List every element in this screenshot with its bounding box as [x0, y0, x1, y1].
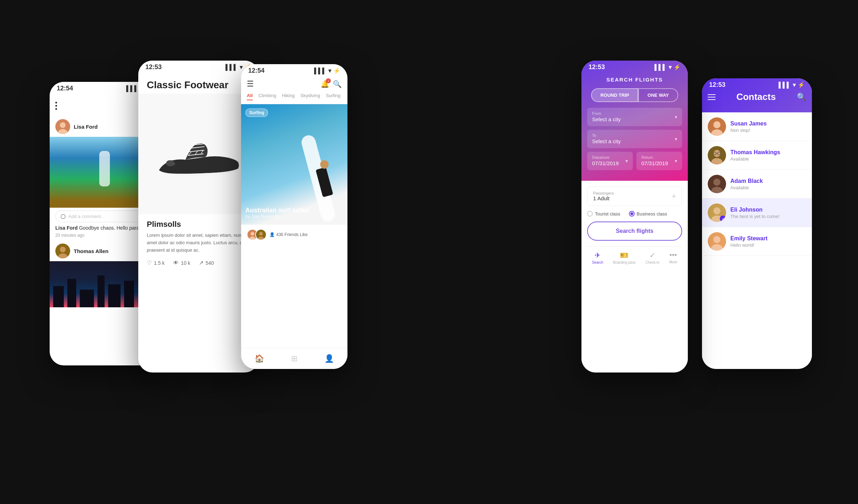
passengers-value: 1 Adult: [593, 195, 614, 201]
likes-count: 1.5 k: [154, 260, 165, 266]
contacts-title: Contacts: [736, 91, 776, 102]
svg-point-5: [60, 247, 66, 252]
business-radio-dot: [629, 211, 635, 217]
shoe-svg: [152, 118, 245, 189]
search-flights-button[interactable]: Search flights: [587, 222, 682, 241]
contact-name-eli: Eli Johnson: [730, 207, 806, 213]
tab-climbing[interactable]: Climbing: [258, 93, 277, 100]
from-chevron-icon: ▾: [675, 114, 677, 120]
tourist-radio-dot: [587, 211, 593, 217]
contacts-search-icon[interactable]: 🔍: [797, 93, 806, 102]
time-1: 12:54: [57, 85, 73, 92]
contact-thomas-h[interactable]: Thomas Hawkings Available: [702, 141, 812, 170]
avatar-susan: [708, 117, 726, 136]
comment-search-icon: [61, 214, 66, 219]
contacts-list: Susan James Non stop!: [702, 112, 812, 369]
nav-grid-icon[interactable]: ⊞: [291, 354, 297, 363]
notification-icon[interactable]: 🔔 1: [321, 80, 329, 88]
to-field[interactable]: To Select a city ▾: [587, 130, 682, 148]
svg-point-33: [713, 207, 720, 214]
friends-row: 👤 436 Friends Like: [241, 225, 347, 245]
trip-type-toggle: ROUND TRIP ONE WAY: [581, 88, 688, 108]
contact-name-susan: Susan James: [730, 121, 806, 127]
return-field[interactable]: Return 07/31/2019 ▾: [636, 152, 682, 170]
passengers-label: Passengers: [593, 191, 614, 195]
time-4: 12:53: [589, 63, 605, 71]
avatar-adam: [708, 175, 726, 193]
contact-susan[interactable]: Susan James Non stop!: [702, 112, 812, 141]
add-passenger-icon[interactable]: +: [672, 192, 676, 201]
departure-field[interactable]: Departure 07/31/2019 ▾: [587, 152, 633, 170]
avatar-lisa: [55, 119, 70, 134]
product-stats: ♡ 1.5 k 👁 10 k ↗ 540: [138, 254, 259, 272]
flights-bottom-nav: ✈ Search 🎫 Boarding pass ✓ Check-in ••• …: [587, 246, 682, 267]
tab-skydiving[interactable]: Skydiving: [300, 93, 320, 100]
nav-profile-icon[interactable]: 👤: [324, 354, 334, 363]
to-chevron-icon: ▾: [675, 136, 677, 142]
status-bar-3: 12:54 ▌▌▌ ▾ ⚡: [241, 64, 347, 77]
nav-search[interactable]: ✈ Search: [592, 251, 603, 264]
hamburger-menu-icon[interactable]: [708, 94, 715, 100]
nav-search-label: Search: [592, 261, 603, 264]
footwear-title: Classic Footwear: [138, 74, 259, 94]
phone-flights: 12:53 ▌▌▌ ▾ ⚡ SEARCH FLIGHTS ROUND TRIP …: [581, 61, 688, 373]
status-bar-5: 12:53 ▌▌▌ ▾ ⚡: [702, 78, 812, 91]
contact-info-emily: Emily Stewart Hello world!: [730, 235, 806, 248]
nav-more[interactable]: ••• More: [669, 251, 677, 264]
contact-adam[interactable]: Adam Black Available: [702, 170, 812, 198]
flights-title: SEARCH FLIGHTS: [581, 74, 688, 88]
product-image-area: [138, 94, 259, 214]
friends-count: 👤 436 Friends Like: [269, 232, 308, 237]
p3-menu-icon[interactable]: ☰: [247, 79, 254, 89]
contact-status-adam: Available: [730, 185, 806, 190]
friends-count-text: 436 Friends Like: [276, 232, 308, 237]
phone-footwear: 12:53 ▌▌▌ ▾ ⚡ Classic Footwear: [138, 61, 259, 373]
departure-chevron-icon: ▾: [625, 158, 628, 164]
one-way-btn[interactable]: ONE WAY: [638, 88, 678, 102]
product-name: Plimsolls: [138, 214, 259, 232]
contact-info-adam: Adam Black Available: [730, 178, 806, 190]
from-field[interactable]: From Select a city ▾: [587, 108, 682, 126]
svg-point-15: [251, 232, 255, 236]
round-trip-btn[interactable]: ROUND TRIP: [591, 88, 638, 102]
tab-all[interactable]: All: [247, 93, 253, 100]
nav-home-icon[interactable]: 🏠: [255, 354, 264, 363]
departure-label: Departure: [592, 155, 628, 159]
status-icons-3: ▌▌▌ ▾ ⚡: [314, 67, 340, 74]
return-chevron-icon: ▾: [675, 158, 677, 164]
views-stat: 👁 10 k: [173, 260, 190, 266]
nav-boarding-pass[interactable]: 🎫 Boarding pass: [613, 251, 636, 264]
dates-row: Departure 07/31/2019 ▾ Return 07/31/2019…: [587, 152, 682, 174]
more-icon: •••: [669, 251, 677, 259]
p3-search-icon[interactable]: 🔍: [333, 80, 342, 88]
product-description: Lorem ipsum dolor sit amet, sapien etiam…: [138, 232, 259, 254]
tab-surfing[interactable]: Surfing: [326, 93, 340, 100]
tourist-class-radio[interactable]: Tourist class: [587, 211, 620, 217]
return-label: Return: [641, 155, 677, 159]
contact-name-thomas-h: Thomas Hawkings: [730, 149, 806, 156]
hero-badge: Surfing: [245, 108, 268, 117]
phone-adventure: 12:54 ▌▌▌ ▾ ⚡ ☰ 🔔 1 🔍 All Climbing Hikin…: [241, 64, 347, 369]
contact-eli[interactable]: ✓ Eli Johnson The best is yet to come!: [702, 198, 812, 227]
contact-emily[interactable]: Emily Stewart Hello world!: [702, 227, 812, 256]
departure-value: 07/31/2019: [592, 160, 619, 166]
contact-status-thomas-h: Available: [730, 156, 806, 162]
passengers-field[interactable]: Passengers 1 Adult +: [587, 186, 682, 206]
nav-boarding-label: Boarding pass: [613, 261, 636, 264]
nav-checkin[interactable]: ✓ Check-in: [645, 251, 659, 264]
passengers-info: Passengers 1 Adult: [593, 191, 614, 201]
contacts-header: 12:53 ▌▌▌ ▾ ⚡ Contacts 🔍: [702, 78, 812, 112]
shares-stat: ↗ 540: [199, 259, 214, 266]
plane-icon: ✈: [595, 251, 601, 259]
tab-hiking[interactable]: Hiking: [282, 93, 295, 100]
svg-point-36: [713, 236, 720, 243]
time-5: 12:53: [709, 81, 725, 89]
menu-dots-icon[interactable]: [55, 102, 57, 110]
contact-info-eli: Eli Johnson The best is yet to come!: [730, 207, 806, 219]
return-value: 07/31/2019: [641, 160, 668, 166]
p3-tabs-row: All Climbing Hiking Skydiving Surfing: [241, 91, 347, 104]
contact-status-eli: The best is yet to come!: [730, 214, 806, 219]
status-bar-2: 12:53 ▌▌▌ ▾ ⚡: [138, 61, 259, 74]
contact-info-thomas-h: Thomas Hawkings Available: [730, 149, 806, 162]
business-class-radio[interactable]: Business class: [629, 211, 667, 217]
